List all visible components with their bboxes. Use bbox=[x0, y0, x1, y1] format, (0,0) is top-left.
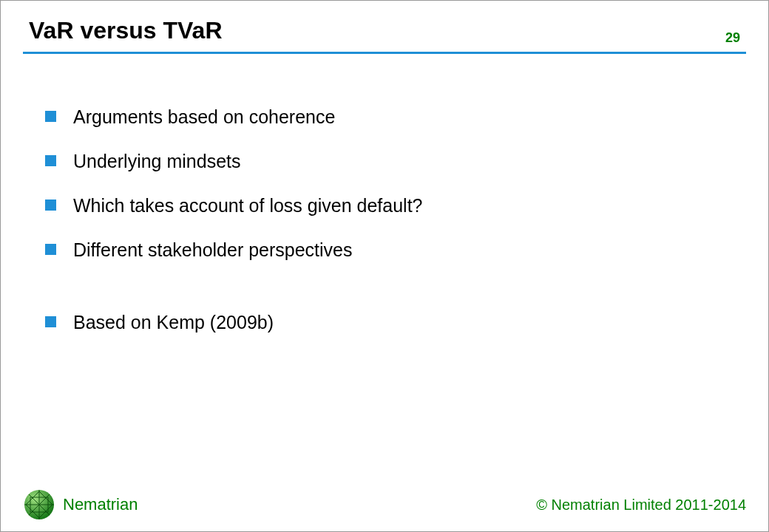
slide-title: VaR versus TVaR bbox=[29, 17, 740, 44]
brand-name: Nematrian bbox=[63, 495, 138, 514]
slide-footer: Nematrian © Nematrian Limited 2011-2014 bbox=[1, 488, 768, 521]
footer-left: Nematrian bbox=[23, 488, 138, 521]
square-bullet-icon bbox=[45, 244, 56, 255]
bullet-text: Which takes account of loss given defaul… bbox=[73, 195, 423, 216]
square-bullet-icon bbox=[45, 316, 56, 327]
bullet-text: Arguments based on coherence bbox=[73, 106, 335, 127]
bullet-list: Arguments based on coherence Underlying … bbox=[45, 106, 724, 333]
bullet-text: Different stakeholder perspectives bbox=[73, 239, 353, 260]
list-item: Arguments based on coherence bbox=[45, 106, 724, 128]
brand-logo-icon bbox=[23, 488, 55, 521]
list-item: Underlying mindsets bbox=[45, 150, 724, 172]
slide-header: VaR versus TVaR 29 bbox=[1, 1, 768, 44]
square-bullet-icon bbox=[45, 111, 56, 122]
page-number: 29 bbox=[725, 30, 740, 46]
slide-content: Arguments based on coherence Underlying … bbox=[1, 54, 768, 333]
square-bullet-icon bbox=[45, 200, 56, 211]
slide: VaR versus TVaR 29 Arguments based on co… bbox=[1, 1, 768, 531]
bullet-text: Based on Kemp (2009b) bbox=[73, 312, 274, 332]
copyright-text: © Nematrian Limited 2011-2014 bbox=[536, 497, 746, 514]
bullet-text: Underlying mindsets bbox=[73, 151, 241, 171]
list-item: Which takes account of loss given defaul… bbox=[45, 194, 724, 216]
list-item: Based on Kemp (2009b) bbox=[45, 311, 724, 333]
square-bullet-icon bbox=[45, 155, 56, 166]
list-item: Different stakeholder perspectives bbox=[45, 239, 724, 261]
list-gap bbox=[45, 283, 724, 311]
